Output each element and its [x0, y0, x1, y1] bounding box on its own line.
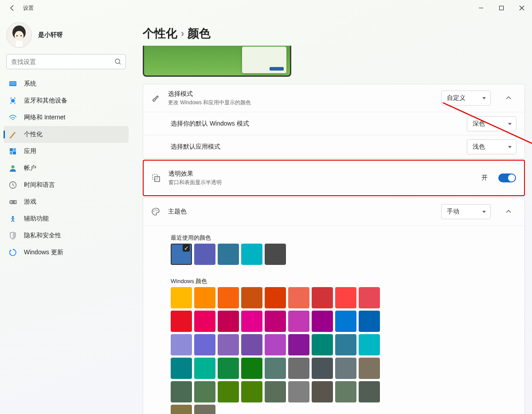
nav-icon — [9, 232, 17, 240]
windows-color-swatch[interactable] — [171, 405, 192, 414]
recent-color-swatch[interactable] — [241, 244, 262, 265]
sidebar-item-5[interactable]: 帐户 — [4, 160, 129, 177]
windows-color-swatch[interactable] — [194, 358, 215, 379]
windows-color-swatch[interactable] — [194, 287, 215, 308]
accent-select[interactable]: 手动 — [441, 204, 491, 219]
windows-color-swatch[interactable] — [265, 358, 286, 379]
windows-color-swatch[interactable] — [218, 311, 239, 332]
palette-icon — [151, 207, 160, 216]
windows-color-swatch[interactable] — [335, 334, 356, 355]
nav-icon — [9, 181, 17, 189]
sidebar: 是小轩呀 系统蓝牙和其他设备网络和 Internet个性化应用帐户时间和语言游戏… — [0, 16, 132, 414]
expand-mode[interactable] — [501, 90, 516, 106]
minimize-button[interactable] — [471, 0, 491, 16]
main-content: 个性化 › 颜色 选择模式 更改 Windows 和应用中显示的颜色 自定义 选… — [132, 16, 532, 414]
sidebar-item-10[interactable]: Windows 更新 — [4, 244, 129, 261]
recent-color-swatch[interactable] — [218, 244, 239, 265]
windows-color-swatch[interactable] — [359, 287, 380, 308]
windows-color-swatch[interactable] — [194, 381, 215, 402]
windows-color-swatch[interactable] — [288, 287, 309, 308]
windows-color-swatch[interactable] — [171, 311, 192, 332]
windows-colors-label: Windows 颜色 — [171, 277, 524, 285]
windows-color-swatch[interactable] — [265, 381, 286, 402]
windows-color-swatch[interactable] — [218, 358, 239, 379]
profile-section[interactable]: 是小轩呀 — [0, 18, 132, 54]
sidebar-item-7[interactable]: 游戏 — [4, 193, 129, 210]
maximize-button[interactable] — [491, 0, 512, 16]
appmode-select[interactable]: 浅色 — [467, 139, 516, 154]
recent-color-swatch[interactable] — [194, 244, 215, 265]
svg-point-17 — [12, 166, 15, 169]
breadcrumb-parent[interactable]: 个性化 — [143, 26, 177, 41]
sidebar-item-4[interactable]: 应用 — [4, 143, 129, 160]
sidebar-item-6[interactable]: 时间和语言 — [4, 177, 129, 193]
appmode-title: 选择默认应用模式 — [171, 143, 459, 151]
windows-color-swatch[interactable] — [359, 334, 380, 355]
sidebar-item-1[interactable]: 蓝牙和其他设备 — [4, 92, 129, 109]
windows-color-swatch[interactable] — [288, 311, 309, 332]
winmode-select[interactable]: 深色 — [467, 116, 516, 131]
windows-color-swatch[interactable] — [241, 381, 262, 402]
transparency-sub: 窗口和表面显示半透明 — [168, 179, 473, 186]
transparency-title: 透明效果 — [168, 170, 473, 178]
nav-label: 隐私和安全性 — [24, 232, 61, 240]
windows-color-swatch[interactable] — [288, 381, 309, 402]
windows-color-swatch[interactable] — [312, 311, 333, 332]
windows-color-swatch[interactable] — [335, 287, 356, 308]
windows-color-swatch[interactable] — [265, 287, 286, 308]
sidebar-item-0[interactable]: 系统 — [4, 75, 129, 92]
sidebar-item-2[interactable]: 网络和 Internet — [4, 109, 129, 126]
svg-point-8 — [115, 59, 120, 63]
windows-color-swatch[interactable] — [288, 358, 309, 379]
recent-color-swatch[interactable] — [171, 244, 192, 265]
nav-icon — [9, 164, 17, 172]
nav-icon — [9, 198, 17, 206]
windows-color-swatch[interactable] — [359, 381, 380, 402]
search-box[interactable] — [6, 54, 126, 69]
nav-label: 蓝牙和其他设备 — [24, 97, 67, 105]
nav-label: 时间和语言 — [24, 181, 55, 189]
windows-color-swatch[interactable] — [265, 311, 286, 332]
windows-color-swatch[interactable] — [194, 311, 215, 332]
transparency-toggle[interactable] — [498, 173, 516, 182]
recent-colors-label: 最近使用的颜色 — [171, 234, 524, 242]
windows-color-swatch[interactable] — [218, 334, 239, 355]
recent-color-swatch[interactable] — [265, 244, 286, 265]
expand-accent[interactable] — [501, 204, 516, 220]
windows-color-swatch[interactable] — [312, 358, 333, 379]
windows-color-swatch[interactable] — [335, 381, 356, 402]
windows-color-swatch[interactable] — [241, 311, 262, 332]
sidebar-item-8[interactable]: 辅助功能 — [4, 210, 129, 227]
windows-color-swatch[interactable] — [194, 334, 215, 355]
windows-color-swatch[interactable] — [265, 334, 286, 355]
windows-color-swatch[interactable] — [312, 381, 333, 402]
windows-color-swatch[interactable] — [171, 334, 192, 355]
svg-point-4 — [15, 31, 24, 41]
mode-select[interactable]: 自定义 — [441, 91, 491, 106]
back-button[interactable] — [8, 4, 17, 12]
svg-point-22 — [12, 216, 14, 218]
windows-color-swatch[interactable] — [312, 334, 333, 355]
windows-color-swatch[interactable] — [218, 381, 239, 402]
close-button[interactable] — [512, 0, 532, 16]
windows-color-swatch[interactable] — [241, 287, 262, 308]
windows-color-swatch[interactable] — [241, 334, 262, 355]
sidebar-item-9[interactable]: 隐私和安全性 — [4, 227, 129, 244]
windows-color-swatch[interactable] — [288, 334, 309, 355]
nav-icon — [9, 97, 17, 105]
windows-color-swatch[interactable] — [171, 287, 192, 308]
windows-color-swatch[interactable] — [241, 358, 262, 379]
windows-color-swatch[interactable] — [194, 405, 215, 414]
windows-color-swatch[interactable] — [335, 311, 356, 332]
windows-color-swatch[interactable] — [171, 358, 192, 379]
nav-icon — [9, 80, 17, 88]
windows-color-swatch[interactable] — [359, 311, 380, 332]
windows-color-swatch[interactable] — [359, 358, 380, 379]
search-input[interactable] — [6, 54, 126, 69]
windows-color-swatch[interactable] — [171, 381, 192, 402]
windows-color-swatch[interactable] — [218, 287, 239, 308]
windows-color-swatch[interactable] — [335, 358, 356, 379]
windows-color-swatch[interactable] — [312, 287, 333, 308]
sidebar-item-3[interactable]: 个性化 — [4, 126, 129, 143]
nav-icon — [9, 147, 17, 155]
